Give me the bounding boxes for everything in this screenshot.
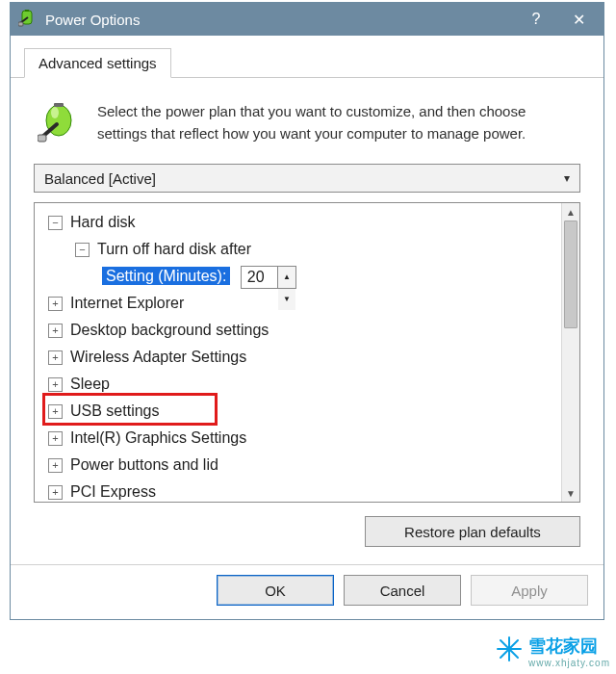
intro-text: Select the power plan that you want to c… (97, 101, 577, 146)
svg-rect-2 (18, 22, 23, 26)
setting-label: Setting (Minutes): (102, 267, 230, 285)
power-plan-selected: Balanced [Active] (44, 170, 156, 187)
tree-node-turn-off-hard-disk[interactable]: −Turn off hard disk after (48, 236, 562, 263)
tree-node-hard-disk[interactable]: −Hard disk (48, 209, 562, 236)
scrollbar[interactable]: ▲ ▼ (561, 203, 579, 502)
close-button[interactable]: ✕ (557, 3, 600, 36)
panel: Select the power plan that you want to c… (11, 78, 603, 547)
tree-node-desktop-background[interactable]: +Desktop background settings (48, 317, 562, 344)
help-button[interactable]: ? (515, 3, 557, 36)
intro-row: Select the power plan that you want to c… (38, 101, 577, 146)
separator (11, 564, 603, 565)
dialog-footer: OK Cancel Apply (11, 575, 603, 619)
expand-icon[interactable]: + (48, 324, 63, 338)
expand-icon[interactable]: + (48, 431, 63, 446)
expand-icon[interactable]: + (48, 297, 63, 311)
power-icon (38, 101, 80, 146)
scroll-down-icon[interactable]: ▼ (562, 484, 579, 502)
tree-node-power-buttons-lid[interactable]: +Power buttons and lid (48, 452, 562, 479)
scroll-up-icon[interactable]: ▲ (562, 203, 579, 220)
window-title: Power Options (45, 12, 515, 28)
collapse-icon[interactable]: − (48, 216, 63, 230)
collapse-icon[interactable]: − (75, 243, 90, 257)
expand-icon[interactable]: + (48, 377, 63, 392)
chevron-down-icon: ▾ (564, 171, 570, 185)
tab-advanced-settings[interactable]: Advanced settings (24, 48, 171, 78)
restore-defaults-button[interactable]: Restore plan defaults (365, 516, 580, 547)
apply-button[interactable]: Apply (471, 575, 588, 606)
tree-node-pci-express[interactable]: +PCI Express (48, 479, 562, 502)
close-icon: ✕ (573, 11, 585, 29)
tree-node-usb-settings[interactable]: +USB settings (48, 398, 562, 425)
svg-point-5 (51, 107, 59, 118)
tree-node-internet-explorer[interactable]: +Internet Explorer (48, 290, 562, 317)
spinner-down-icon[interactable]: ▼ (278, 289, 295, 310)
expand-icon[interactable]: + (48, 485, 63, 500)
power-options-dialog: Power Options ? ✕ Advanced settings Sele… (10, 2, 604, 620)
tree-node-wireless-adapter[interactable]: +Wireless Adapter Settings (48, 344, 562, 371)
tab-strip: Advanced settings (11, 36, 603, 78)
svg-rect-7 (38, 135, 46, 142)
tree-node-sleep[interactable]: +Sleep (48, 371, 562, 398)
power-plan-dropdown[interactable]: Balanced [Active] ▾ (34, 164, 580, 193)
spinner-up-icon[interactable]: ▲ (278, 267, 295, 289)
expand-icon[interactable]: + (48, 350, 63, 365)
svg-rect-1 (25, 10, 29, 12)
ok-button[interactable]: OK (217, 575, 334, 606)
tree-node-intel-graphics[interactable]: +Intel(R) Graphics Settings (48, 425, 562, 452)
cancel-button[interactable]: Cancel (344, 575, 461, 606)
expand-icon[interactable]: + (48, 404, 63, 419)
svg-rect-6 (54, 103, 64, 107)
settings-tree: −Hard disk −Turn off hard disk after Set… (34, 202, 580, 503)
minutes-spinner[interactable]: 20 ▲ ▼ (241, 266, 296, 289)
battery-plug-icon (18, 10, 38, 30)
minutes-value: 20 (247, 269, 265, 285)
titlebar: Power Options ? ✕ (11, 3, 603, 36)
expand-icon[interactable]: + (48, 458, 63, 473)
tree-node-setting-minutes[interactable]: Setting (Minutes): 20 ▲ ▼ (48, 263, 562, 290)
scroll-thumb[interactable] (564, 220, 578, 328)
